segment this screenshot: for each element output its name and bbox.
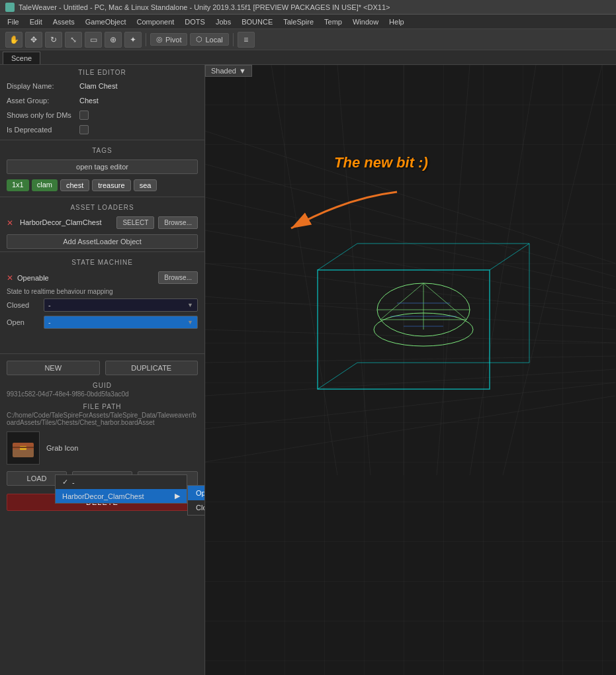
icon-preview	[7, 431, 40, 465]
loader-name: HarborDecor_ClamChest	[20, 218, 112, 227]
grab-icon-row: Grab Icon	[0, 429, 204, 467]
closed-mapping-row: Closed - ▼	[0, 296, 204, 314]
browse-loader-btn[interactable]: Browse...	[158, 216, 198, 229]
grab-icon-label: Grab Icon	[46, 444, 78, 452]
menu-component[interactable]: Component	[132, 17, 179, 27]
tab-scene[interactable]: Scene	[3, 52, 40, 64]
duplicate-btn[interactable]: DUPLICATE	[105, 361, 198, 375]
hand-tool-btn[interactable]: ✋	[5, 32, 22, 48]
divider3	[0, 251, 204, 252]
submenu-open-clam[interactable]: Open Clam	[188, 486, 205, 500]
open-key: Open	[7, 318, 40, 326]
divider1	[0, 140, 204, 140]
display-name-row: Display Name: Clam Chest	[0, 79, 204, 93]
local-icon: ⬡	[196, 35, 202, 44]
sep2	[233, 33, 234, 46]
tag-sea[interactable]: sea	[134, 179, 157, 191]
tags-header: TAGS	[0, 143, 204, 157]
mapping-label: State to realtime behaviour mapping	[0, 287, 204, 296]
titlebar: TaleWeaver - Untitled - PC, Mac & Linux …	[0, 0, 616, 15]
spacer1	[0, 331, 204, 351]
new-duplicate-row: NEW DUPLICATE	[0, 357, 204, 379]
closed-dropdown-value: -	[48, 301, 51, 309]
add-assetloader-btn[interactable]: Add AssetLoader Object	[7, 234, 198, 249]
tag-treasure[interactable]: treasure	[92, 179, 130, 191]
local-toggle[interactable]: ⬡ Local	[190, 33, 228, 46]
filepath-section: FILE PATH C:/home/Code/TaleSpireForAsset…	[0, 400, 204, 429]
menu-bounce[interactable]: BOUNCE	[237, 17, 277, 27]
main: TILE EDITOR Display Name: Clam Chest Ass…	[0, 65, 616, 675]
tag-clam[interactable]: clam	[32, 179, 58, 191]
submenu-popup: Open Clam Close Clam	[187, 485, 205, 516]
transform-tool-btn[interactable]: ⊕	[105, 32, 122, 48]
closed-dropdown-arrow: ▼	[187, 302, 193, 308]
divider2	[0, 197, 204, 197]
tile-editor-header: TILE EDITOR	[0, 65, 204, 79]
browse-state-btn[interactable]: Browse...	[158, 271, 198, 284]
tag-1x1[interactable]: 1x1	[7, 179, 29, 191]
open-dropdown[interactable]: - ▼	[44, 316, 198, 329]
scene-view: The new bit :) Shaded ▼	[205, 65, 616, 675]
display-name-value[interactable]: Clam Chest	[79, 82, 117, 90]
select-loader-btn[interactable]: SELECT	[116, 216, 154, 229]
menu-assets[interactable]: Assets	[48, 17, 79, 27]
menu-jobs[interactable]: Jobs	[211, 17, 236, 27]
move-tool-btn[interactable]: ✥	[25, 32, 42, 48]
layers-btn[interactable]: ≡	[238, 32, 255, 48]
state-machine-header: STATE MACHINE	[0, 255, 204, 269]
left-panel: TILE EDITOR Display Name: Clam Chest Ass…	[0, 65, 205, 675]
submenu-close-clam[interactable]: Close Clam	[188, 500, 205, 515]
rect-tool-btn[interactable]: ▭	[85, 32, 102, 48]
dropdown-item-dash[interactable]: -	[56, 475, 187, 489]
scale-tool-btn[interactable]: ⤡	[65, 32, 82, 48]
toolbar: ✋ ✥ ↻ ⤡ ▭ ⊕ ✦ ◎ Pivot ⬡ Local ≡	[0, 29, 616, 50]
dropdown-popup: - HarborDecor_ClamChest ▶	[55, 474, 187, 504]
menu-help[interactable]: Help	[384, 17, 409, 27]
rotate-tool-btn[interactable]: ↻	[45, 32, 62, 48]
guid-header: GUID	[7, 382, 198, 389]
svg-rect-3	[13, 447, 34, 448]
custom-tool-btn[interactable]: ✦	[124, 32, 142, 48]
shading-dropdown[interactable]: Shaded ▼	[205, 65, 252, 77]
dropdown-item-harbordecor[interactable]: HarborDecor_ClamChest ▶	[56, 489, 187, 503]
filepath-value: C:/home/Code/TaleSpireForAssets/TaleSpir…	[7, 412, 198, 426]
menu-file[interactable]: File	[3, 17, 24, 27]
closed-dropdown[interactable]: - ▼	[44, 298, 198, 312]
remove-loader-btn[interactable]: ✕	[7, 218, 16, 228]
is-deprecated-checkbox[interactable]	[79, 125, 89, 134]
tag-chest[interactable]: chest	[60, 179, 89, 191]
new-btn[interactable]: NEW	[7, 361, 100, 375]
pivot-label: Pivot	[165, 36, 181, 44]
svg-rect-5	[205, 65, 616, 675]
guid-section: GUID 9931c582-04d7-48e4-9f86-0bdd5fa3ac0…	[0, 379, 204, 400]
dropdown-item-dash-label: -	[72, 478, 75, 486]
menu-window[interactable]: Window	[348, 17, 383, 27]
menu-gameobject[interactable]: GameObject	[81, 17, 131, 27]
menu-temp[interactable]: Temp	[320, 17, 347, 27]
shading-label: Shaded	[211, 67, 236, 75]
asset-loader-row: ✕ HarborDecor_ClamChest SELECT Browse...	[0, 214, 204, 232]
pivot-icon: ◎	[156, 35, 163, 44]
divider4	[0, 353, 204, 354]
shows-only-checkbox[interactable]	[79, 111, 89, 120]
menu-talespire[interactable]: TaleSpire	[279, 17, 318, 27]
guid-value: 9931c582-04d7-48e4-9f86-0bdd5fa3ac0d	[7, 390, 198, 398]
sep1	[146, 33, 146, 46]
open-dropdown-arrow: ▼	[187, 319, 193, 326]
is-deprecated-label: Is Deprecated	[7, 126, 79, 134]
harbordecor-label: HarborDecor_ClamChest	[62, 492, 144, 500]
app-icon	[5, 3, 15, 12]
open-dropdown-value: -	[48, 318, 51, 326]
tabs: Scene	[0, 50, 616, 65]
state-machine-row: ✕ Openable Browse...	[0, 269, 204, 287]
remove-state-btn[interactable]: ✕	[7, 273, 13, 283]
menu-dots[interactable]: DOTS	[180, 17, 210, 27]
titlebar-text: TaleWeaver - Untitled - PC, Mac & Linux …	[19, 3, 390, 11]
asset-group-value[interactable]: Chest	[79, 97, 99, 105]
pivot-toggle[interactable]: ◎ Pivot	[150, 33, 187, 46]
is-deprecated-row: Is Deprecated	[0, 122, 204, 137]
menu-edit[interactable]: Edit	[25, 17, 47, 27]
local-label: Local	[205, 36, 222, 44]
open-tags-btn[interactable]: open tags editor	[7, 159, 198, 174]
shows-only-row: Shows only for DMs	[0, 108, 204, 122]
